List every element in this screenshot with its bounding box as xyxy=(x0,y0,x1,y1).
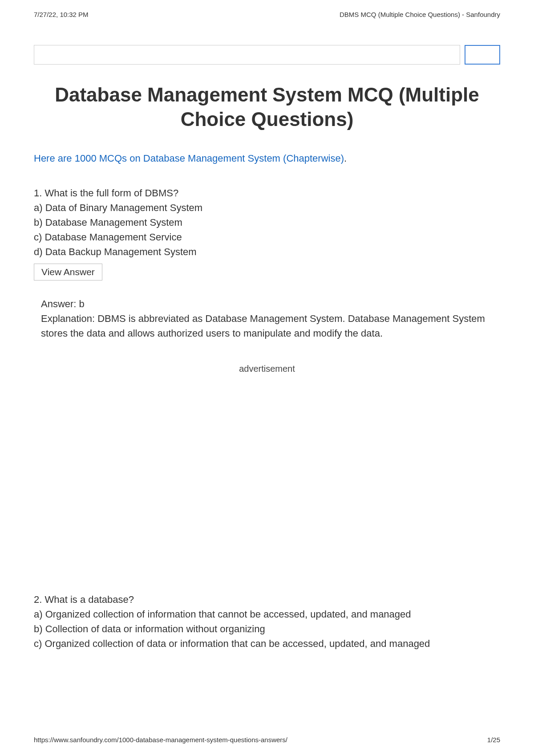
page-title: Database Management System MCQ (Multiple… xyxy=(34,82,500,131)
question-1: 1. What is the full form of DBMS? a) Dat… xyxy=(34,186,500,341)
q2-question: 2. What is a database? xyxy=(34,592,500,607)
q2-option-b: b) Collection of data or information wit… xyxy=(34,622,500,636)
view-answer-button[interactable]: View Answer xyxy=(34,264,102,280)
q1-option-c: c) Database Management Service xyxy=(34,230,500,244)
search-row xyxy=(34,45,500,65)
main-content: Database Management System MCQ (Multiple… xyxy=(0,82,534,651)
search-button[interactable] xyxy=(465,45,500,65)
q1-answer: Answer: b xyxy=(41,297,500,311)
q1-option-b: b) Database Management System xyxy=(34,215,500,230)
q2-option-a: a) Organized collection of information t… xyxy=(34,607,500,622)
q1-option-a: a) Data of Binary Management System xyxy=(34,200,500,215)
print-header: 7/27/22, 10:32 PM DBMS MCQ (Multiple Cho… xyxy=(0,0,534,18)
intro-trailing: . xyxy=(344,153,347,164)
print-footer: https://www.sanfoundry.com/1000-database… xyxy=(34,736,500,744)
q1-option-d: d) Data Backup Management System xyxy=(34,244,500,259)
question-2: 2. What is a database? a) Organized coll… xyxy=(34,592,500,651)
search-input[interactable] xyxy=(34,45,460,65)
footer-url: https://www.sanfoundry.com/1000-database… xyxy=(34,736,287,744)
intro-text: Here are 1000 MCQs on Database Managemen… xyxy=(34,153,500,164)
print-doc-title: DBMS MCQ (Multiple Choice Questions) - S… xyxy=(340,11,500,18)
chapterwise-link[interactable]: Here are 1000 MCQs on Database Managemen… xyxy=(34,153,344,164)
q1-explanation: Explanation: DBMS is abbreviated as Data… xyxy=(41,311,500,341)
print-timestamp: 7/27/22, 10:32 PM xyxy=(34,11,89,18)
q1-answer-block: Answer: b Explanation: DBMS is abbreviat… xyxy=(41,297,500,341)
q2-option-c: c) Organized collection of data or infor… xyxy=(34,636,500,651)
footer-page-number: 1/25 xyxy=(487,736,500,744)
q1-question: 1. What is the full form of DBMS? xyxy=(34,186,500,200)
advertisement-label: advertisement xyxy=(34,364,500,374)
